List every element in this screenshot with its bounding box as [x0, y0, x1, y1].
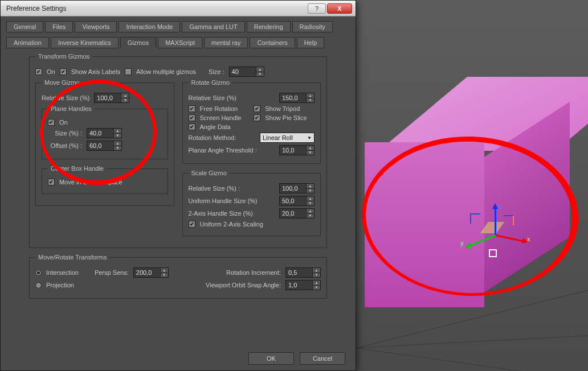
size-label: Size : [209, 68, 224, 75]
help-button[interactable]: ? [308, 3, 326, 14]
screen-handle-checkbox[interactable] [189, 114, 195, 121]
tab-inverse-kinematics[interactable]: Inverse Kinematics [51, 37, 119, 48]
scale-gizmo-group: Scale Gizmo Relative Size (%) : 100,0▲▼ … [182, 170, 321, 236]
preference-settings-dialog: Preference Settings ? X General Files Vi… [0, 0, 356, 371]
on-label: On [47, 68, 55, 75]
plane-handles-group: Plane Handles On Size (%) : 40,0▲▼ [42, 105, 168, 159]
rotate-relsize-label: Relative Size (%) [189, 94, 236, 101]
persp-sens-spinner[interactable]: 200,0▲▼ [133, 267, 169, 278]
on-checkbox[interactable] [35, 68, 42, 75]
allow-multiple-checkbox[interactable] [125, 68, 132, 75]
free-rotation-label: Free Rotation [200, 105, 238, 112]
angle-data-label: Angle Data [200, 123, 231, 130]
tab-gizmos[interactable]: Gizmos [120, 37, 156, 48]
angle-data-checkbox[interactable] [189, 123, 195, 130]
uniform-scaling-checkbox[interactable] [189, 221, 195, 228]
axis-z-label: z [499, 204, 502, 210]
plane-handles-legend: Plane Handles [48, 105, 95, 112]
show-pie-checkbox[interactable] [254, 114, 260, 121]
rotation-method-select[interactable]: Linear Roll▼ [260, 133, 315, 143]
tab-row-2: Animation Inverse Kinematics Gizmos MAXS… [6, 37, 350, 48]
transform-gizmos-legend: Transform Gizmos [35, 53, 92, 60]
plane-on-label: On [59, 119, 68, 126]
move-rotate-legend: Move/Rotate Transforms [35, 254, 109, 261]
move-screen-label: Move in Screen Space [59, 179, 122, 186]
tab-files[interactable]: Files [45, 21, 73, 32]
intersection-radio[interactable] [35, 270, 42, 276]
two-axis-handle-label: 2-Axis Handle Size (%) [189, 210, 253, 217]
tab-help[interactable]: Help [297, 37, 325, 48]
center-box-legend: Center Box Handle [48, 165, 107, 172]
show-axis-checkbox[interactable] [60, 68, 67, 75]
tab-gamma-lut[interactable]: Gamma and LUT [182, 21, 244, 32]
show-tripod-checkbox[interactable] [254, 105, 260, 112]
cube-object[interactable] [365, 77, 570, 321]
orbit-snap-label: Viewport Orbit Snap Angle: [206, 282, 281, 288]
plane-size-spinner[interactable]: 40,0▲▼ [87, 128, 122, 138]
ok-button[interactable]: OK [248, 352, 294, 365]
show-pie-label: Show Pie Slice [265, 114, 307, 121]
plane-size-label: Size (%) : [48, 130, 82, 137]
tab-animation[interactable]: Animation [6, 37, 49, 48]
planar-threshold-spinner[interactable]: 10,0▲▼ [279, 145, 315, 155]
close-button[interactable]: X [327, 3, 352, 14]
center-box-group: Center Box Handle Move in Screen Space [42, 165, 168, 194]
chevron-down-icon: ▼ [307, 135, 312, 141]
uniform-handle-spinner[interactable]: 50,0▲▼ [279, 196, 315, 206]
axis-x-label: x [527, 236, 530, 242]
plane-offset-label: Offset (%) : [48, 142, 82, 149]
move-rotate-transforms-group: Move/Rotate Transforms Intersection Pers… [29, 254, 327, 299]
rotate-gizmo-group: Rotate Gizmo Relative Size (%) 150,0▲▼ F… [182, 79, 321, 164]
two-axis-handle-spinner[interactable]: 20,0▲▼ [279, 208, 315, 219]
planar-threshold-label: Planar Angle Threshold : [189, 147, 257, 154]
tab-radiosity[interactable]: Radiosity [292, 21, 333, 32]
rotation-method-label: Rotation Method: [189, 134, 236, 141]
scale-relsize-label: Relative Size (%) : [189, 185, 240, 192]
move-screen-checkbox[interactable] [48, 179, 55, 186]
orbit-snap-spinner[interactable]: 1,0▲▼ [285, 280, 321, 290]
tab-interaction-mode[interactable]: Interaction Mode [119, 21, 180, 32]
rot-inc-spinner[interactable]: 0,5▲▼ [285, 267, 321, 278]
projection-radio[interactable] [35, 282, 42, 288]
tab-row-1: General Files Viewports Interaction Mode… [6, 21, 350, 32]
uniform-scaling-label: Uniform 2-Axis Scaling [200, 221, 263, 228]
projection-label: Projection [46, 282, 74, 288]
allow-multiple-label: Allow multiple gizmos [136, 68, 196, 75]
tab-containers[interactable]: Containers [250, 37, 295, 48]
axis-y-label: y [460, 240, 464, 246]
free-rotation-checkbox[interactable] [189, 105, 195, 112]
window-title: Preference Settings [6, 5, 307, 13]
persp-sens-label: Persp Sens: [95, 269, 129, 276]
show-axis-label: Show Axis Labels [71, 68, 120, 75]
scale-gizmo-legend: Scale Gizmo [189, 170, 230, 176]
uniform-handle-label: Uniform Handle Size (%) [189, 197, 258, 204]
size-spinner[interactable]: 40 ▲▼ [229, 67, 264, 77]
tab-rendering[interactable]: Rendering [247, 21, 291, 32]
rot-inc-label: Rotation Increment: [226, 269, 281, 276]
move-relsize-spinner[interactable]: 100,0▲▼ [94, 93, 129, 103]
move-gizmo-group: Move Gizmo Relative Size (%) 100,0▲▼ Pla… [35, 79, 174, 206]
show-tripod-label: Show Tripod [265, 105, 300, 112]
move-gizmo-legend: Move Gizmo [42, 79, 83, 86]
plane-on-checkbox[interactable] [48, 119, 55, 126]
plane-offset-spinner[interactable]: 60,0▲▼ [87, 141, 122, 151]
tab-mental-ray[interactable]: mental ray [204, 37, 248, 48]
transform-gizmo[interactable]: z x y [462, 205, 530, 273]
rotate-relsize-spinner[interactable]: 150,0▲▼ [279, 93, 315, 103]
transform-gizmos-group: Transform Gizmos On Show Axis Labels All… [29, 53, 327, 248]
screen-handle-label: Screen Handle [200, 114, 242, 121]
scale-relsize-spinner[interactable]: 100,0▲▼ [279, 183, 315, 193]
rotate-gizmo-legend: Rotate Gizmo [189, 79, 232, 86]
titlebar[interactable]: Preference Settings ? X [1, 1, 356, 17]
intersection-label: Intersection [46, 269, 79, 276]
cancel-button[interactable]: Cancel [300, 352, 345, 365]
move-relsize-label: Relative Size (%) [42, 94, 89, 101]
tab-maxscript[interactable]: MAXScript [158, 37, 202, 48]
tab-viewports[interactable]: Viewports [75, 21, 117, 32]
tab-general[interactable]: General [6, 21, 43, 32]
